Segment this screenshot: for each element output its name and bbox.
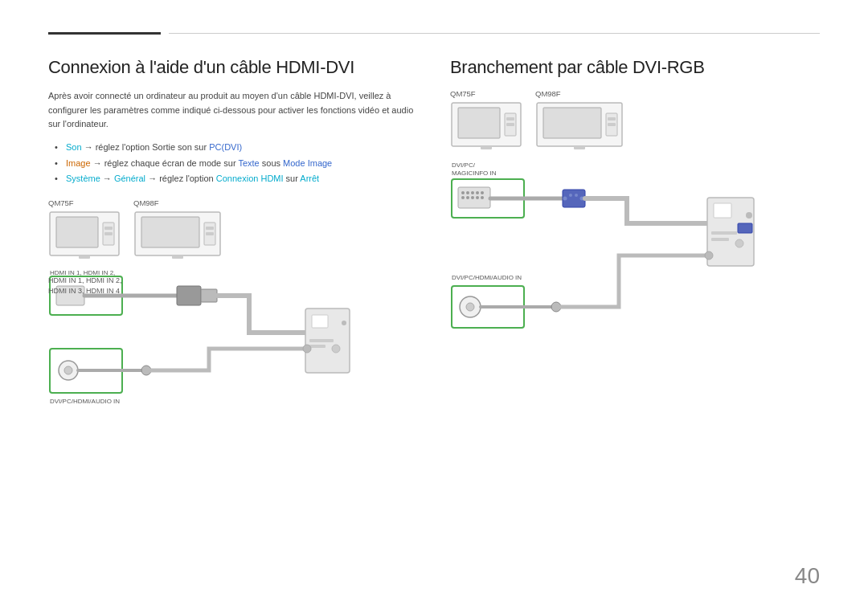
bullet-item-3: Système → Général → réglez l'option Conn… — [55, 171, 418, 187]
bullet3-middle1: → — [103, 174, 114, 183]
svg-rect-67 — [711, 231, 737, 235]
svg-text:DVI/PC/HDMI/AUDIO IN: DVI/PC/HDMI/AUDIO IN — [50, 398, 120, 405]
left-monitor1-label: QM75F — [48, 198, 74, 207]
bullet2-link2: Mode Image — [283, 158, 332, 168]
svg-point-50 — [471, 191, 474, 194]
svg-point-77 — [705, 251, 713, 260]
bullet3-link1: Général — [114, 174, 145, 183]
left-body-text: Après avoir connecté un ordinateur au pr… — [48, 89, 418, 132]
svg-rect-33 — [458, 108, 500, 138]
svg-rect-39 — [543, 108, 601, 138]
svg-point-48 — [461, 191, 465, 194]
divider-light — [169, 33, 820, 34]
left-monitor1-svg — [48, 210, 121, 260]
left-monitor2-label: QM98F — [133, 198, 159, 207]
svg-point-52 — [481, 191, 484, 194]
columns: Connexion à l'aide d'un câble HDMI-DVI A… — [48, 57, 820, 339]
bullet3-prefix: Système — [66, 174, 100, 183]
svg-point-62 — [575, 194, 578, 197]
bullet2-middle2: sous — [262, 158, 283, 168]
svg-rect-7 — [141, 217, 199, 247]
bullet3-middle2: → réglez l'option — [148, 174, 216, 183]
bullet1-prefix: Son — [66, 142, 82, 152]
svg-point-57 — [481, 196, 484, 199]
svg-rect-11 — [172, 255, 183, 259]
page-container: Connexion à l'aide d'un câble HDMI-DVI A… — [0, 0, 868, 613]
svg-point-54 — [466, 196, 469, 199]
svg-rect-3 — [104, 227, 113, 230]
bullet3-link2: Connexion HDMI — [216, 174, 284, 183]
top-dividers — [48, 32, 820, 35]
svg-rect-1 — [56, 217, 98, 247]
right-monitor1: QM75F — [450, 89, 522, 151]
svg-point-49 — [466, 191, 469, 194]
left-monitor1: QM75F — [48, 198, 121, 260]
svg-rect-35 — [506, 117, 514, 121]
svg-rect-20 — [312, 315, 328, 328]
svg-point-69 — [746, 212, 752, 219]
right-diagram: QM75F QM98F — [450, 89, 820, 339]
svg-rect-23 — [309, 345, 326, 348]
right-monitor1-svg — [450, 101, 522, 151]
svg-rect-65 — [714, 203, 731, 218]
svg-rect-41 — [608, 117, 616, 121]
svg-rect-22 — [309, 339, 334, 342]
right-connection-diagram: DVI/PC/ MAGICINFO IN — [450, 159, 796, 336]
right-monitors-row: QM75F QM98F — [450, 89, 820, 151]
bullet2-middle: → réglez chaque écran de mode sur — [93, 158, 239, 168]
svg-point-27 — [64, 366, 72, 374]
svg-point-61 — [569, 194, 572, 197]
col-left: Connexion à l'aide d'un câble HDMI-DVI A… — [48, 57, 418, 339]
bullet-item-2: Image → réglez chaque écran de mode sur … — [55, 156, 418, 172]
left-section-title: Connexion à l'aide d'un câble HDMI-DVI — [48, 57, 418, 78]
svg-point-21 — [332, 345, 340, 353]
svg-point-66 — [735, 239, 743, 247]
svg-text:DVI/PC/HDMI/AUDIO IN: DVI/PC/HDMI/AUDIO IN — [452, 274, 522, 281]
svg-point-24 — [342, 321, 346, 325]
left-diagram: QM75F — [48, 198, 418, 296]
right-monitor2: QM98F — [535, 89, 624, 151]
svg-point-30 — [303, 345, 311, 353]
right-monitor2-svg — [535, 101, 624, 151]
bullet2-link1: Texte — [238, 158, 259, 168]
svg-rect-43 — [574, 146, 585, 149]
bullet3-link3: Arrêt — [300, 174, 319, 183]
svg-point-51 — [476, 191, 479, 194]
svg-rect-4 — [104, 232, 113, 235]
svg-point-55 — [471, 196, 474, 199]
svg-rect-36 — [506, 123, 514, 126]
divider-dark — [48, 32, 161, 35]
svg-rect-70 — [738, 223, 752, 233]
svg-rect-5 — [79, 255, 90, 259]
svg-point-60 — [563, 197, 567, 201]
bullet3-middle3: sur — [286, 174, 301, 183]
bullet2-prefix: Image — [66, 158, 91, 168]
page-number: 40 — [795, 563, 820, 589]
bullet-list: Son → réglez l'option Sortie son sur PC(… — [48, 140, 418, 187]
svg-point-74 — [466, 303, 474, 311]
left-monitor2: QM98F — [133, 198, 222, 260]
bullet1-middle: → réglez l'option Sortie son sur — [84, 142, 210, 152]
svg-text:MAGICINFO IN: MAGICINFO IN — [452, 170, 497, 177]
svg-rect-17 — [177, 286, 201, 305]
svg-point-56 — [476, 196, 479, 199]
right-section-title: Branchement par câble DVI-RGB — [450, 57, 820, 78]
svg-rect-10 — [206, 232, 214, 235]
right-monitor2-label: QM98F — [535, 89, 561, 98]
left-monitors-row: QM75F — [48, 198, 418, 260]
bullet1-link: PC(DVI) — [209, 142, 242, 152]
svg-rect-37 — [481, 146, 492, 149]
col-right: Branchement par câble DVI-RGB QM75F — [450, 57, 820, 339]
svg-rect-42 — [608, 123, 616, 126]
svg-rect-68 — [711, 238, 729, 241]
left-monitor2-svg — [133, 210, 222, 260]
right-monitor1-label: QM75F — [450, 89, 476, 98]
svg-rect-9 — [206, 227, 214, 230]
svg-text:DVI/PC/: DVI/PC/ — [452, 161, 476, 169]
bullet-item-1: Son → réglez l'option Sortie son sur PC(… — [55, 140, 418, 156]
svg-point-53 — [461, 196, 465, 199]
